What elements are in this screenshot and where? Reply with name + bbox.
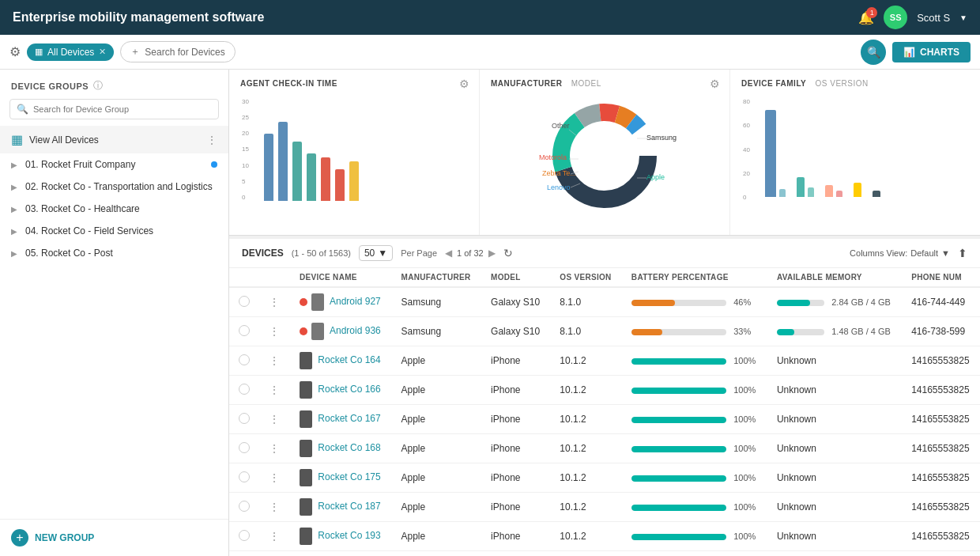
row-checkbox[interactable] (229, 317, 259, 346)
row-menu[interactable]: ⋮ (259, 434, 290, 463)
device-name-link[interactable]: Android 936 (330, 325, 381, 336)
sidebar-item-04[interactable]: ▶ 04. Rocket Co - Field Services (0, 220, 228, 242)
row-menu[interactable]: ⋮ (259, 287, 290, 317)
device-name-link[interactable]: Rocket Co 168 (318, 442, 380, 453)
sidebar-search-input[interactable] (33, 104, 212, 114)
device-name-cell: Rocket Co 187 (290, 493, 392, 522)
next-page-button[interactable]: ▶ (488, 248, 496, 259)
group-label: 05. Rocket Co - Post (25, 248, 217, 259)
row-context-menu[interactable]: ⋮ (269, 501, 281, 513)
battery-bar (631, 446, 726, 452)
device-name-cell: Rocket Co 166 (290, 376, 392, 405)
device-name-link[interactable]: Rocket Co 166 (318, 384, 380, 395)
row-context-menu[interactable]: ⋮ (269, 530, 281, 543)
search-icon: 🔍 (17, 104, 28, 115)
row-menu[interactable]: ⋮ (259, 376, 290, 405)
row-checkbox[interactable] (229, 434, 259, 463)
model-cell: Galaxy S10 (481, 287, 550, 317)
row-menu[interactable]: ⋮ (259, 346, 290, 376)
row-checkbox[interactable] (229, 405, 259, 434)
os-version-cell: 10.1.2 (550, 522, 622, 551)
agent-checkin-gear[interactable]: ⚙ (459, 78, 469, 90)
sidebar-item-01[interactable]: ▶ 01. Rocket Fruit Company (0, 153, 228, 176)
device-name-link[interactable]: Android 927 (330, 296, 381, 307)
checkbox[interactable] (239, 501, 250, 512)
agent-checkin-chart: AGENT CHECK-IN TIME ⚙ 302520151050 (229, 70, 480, 235)
device-name-link[interactable]: Rocket Co 167 (318, 413, 380, 424)
row-checkbox[interactable] (229, 287, 259, 317)
sidebar-item-02[interactable]: ▶ 02. Rocket Co - Transportation and Log… (0, 176, 228, 198)
settings-button[interactable]: ⚙ (9, 44, 21, 59)
checkbox[interactable] (239, 471, 250, 482)
checkbox[interactable] (239, 384, 250, 395)
row-context-menu[interactable]: ⋮ (269, 325, 281, 338)
prev-page-button[interactable]: ◀ (445, 248, 452, 259)
row-checkbox[interactable] (229, 493, 259, 522)
row-menu[interactable]: ⋮ (259, 405, 290, 434)
sidebar-item-03[interactable]: ▶ 03. Rocket Co - Healthcare (0, 198, 228, 220)
bar (779, 189, 786, 197)
device-name-link[interactable]: Rocket Co 164 (318, 354, 380, 365)
row-menu[interactable]: ⋮ (259, 493, 290, 522)
checkbox[interactable] (239, 413, 250, 424)
row-checkbox[interactable] (229, 522, 259, 551)
per-page-select[interactable]: 50 ▼ (359, 245, 393, 261)
row-context-menu[interactable]: ⋮ (269, 442, 281, 455)
row-checkbox[interactable] (229, 346, 259, 376)
close-icon[interactable]: ✕ (99, 47, 106, 57)
refresh-button[interactable]: ↻ (503, 247, 513, 259)
new-group-button[interactable]: + NEW GROUP (11, 529, 94, 547)
battery-bar (631, 388, 726, 394)
row-menu[interactable]: ⋮ (259, 522, 290, 551)
row-menu[interactable]: ⋮ (259, 463, 290, 493)
memory-text: Unknown (777, 472, 816, 483)
checkbox[interactable] (239, 530, 250, 541)
checkbox[interactable] (239, 442, 250, 453)
manufacturer-gear[interactable]: ⚙ (710, 78, 720, 90)
device-name-link[interactable]: Rocket Co 187 (318, 501, 380, 512)
checkbox[interactable] (239, 354, 250, 365)
os-version-cell: 10.1.2 (550, 493, 622, 522)
battery-percentage: 100% (733, 444, 756, 453)
user-name[interactable]: Scott S (917, 12, 950, 24)
all-devices-filter[interactable]: ▦ All Devices ✕ (27, 43, 114, 61)
row-checkbox[interactable] (229, 551, 259, 557)
add-filter-button[interactable]: ＋ Search for Devices (120, 41, 235, 62)
table-row: ⋮ Android 936 Samsung Galaxy S10 8.1.0 3… (229, 317, 980, 346)
battery-bar (631, 475, 726, 482)
export-button[interactable]: ⬆ (958, 247, 967, 259)
table-row: ⋮ Rocket Co 168 Apple iPhone 10.1.2 100%… (229, 434, 980, 463)
row-checkbox[interactable] (229, 463, 259, 493)
checkbox[interactable] (239, 296, 250, 307)
row-menu[interactable]: ⋮ (259, 317, 290, 346)
row-context-menu[interactable]: ⋮ (269, 354, 281, 367)
row-menu[interactable]: ⋮ (259, 551, 290, 557)
table-row: ⋮ Rocket Co 164 Apple iPhone 10.1.2 100%… (229, 346, 980, 376)
bar-group-3 (292, 142, 302, 201)
bar (854, 183, 861, 197)
row-context-menu[interactable]: ⋮ (269, 471, 281, 484)
model-cell: iPhone (481, 434, 550, 463)
charts-button[interactable]: 📊 CHARTS (892, 42, 971, 62)
memory-text: Unknown (777, 384, 816, 395)
row-checkbox[interactable] (229, 376, 259, 405)
search-button[interactable]: 🔍 (861, 40, 886, 65)
info-icon[interactable]: ⓘ (93, 79, 103, 93)
device-phone-icon (300, 440, 312, 457)
model-cell: iPhone (481, 405, 550, 434)
device-name-link[interactable]: Rocket Co 193 (318, 530, 380, 541)
row-context-menu[interactable]: ⋮ (269, 296, 281, 308)
sidebar-item-05[interactable]: ▶ 05. Rocket Co - Post (0, 242, 228, 264)
bar (797, 177, 805, 197)
notifications-button[interactable]: 🔔 1 (858, 10, 874, 25)
row-context-menu[interactable]: ⋮ (269, 384, 281, 396)
three-dot-menu[interactable]: ⋮ (206, 134, 217, 146)
battery-bar (631, 505, 726, 511)
os-version-cell: 10.1.2 (550, 463, 622, 493)
row-context-menu[interactable]: ⋮ (269, 413, 281, 426)
view-all-devices[interactable]: ▦ View All Devices ⋮ (0, 126, 228, 153)
checkbox[interactable] (239, 325, 250, 336)
device-family-title: DEVICE FAMILY (741, 79, 806, 88)
device-name-link[interactable]: Rocket Co 175 (318, 471, 380, 482)
os-version-cell: 10.1.2 (550, 346, 622, 376)
